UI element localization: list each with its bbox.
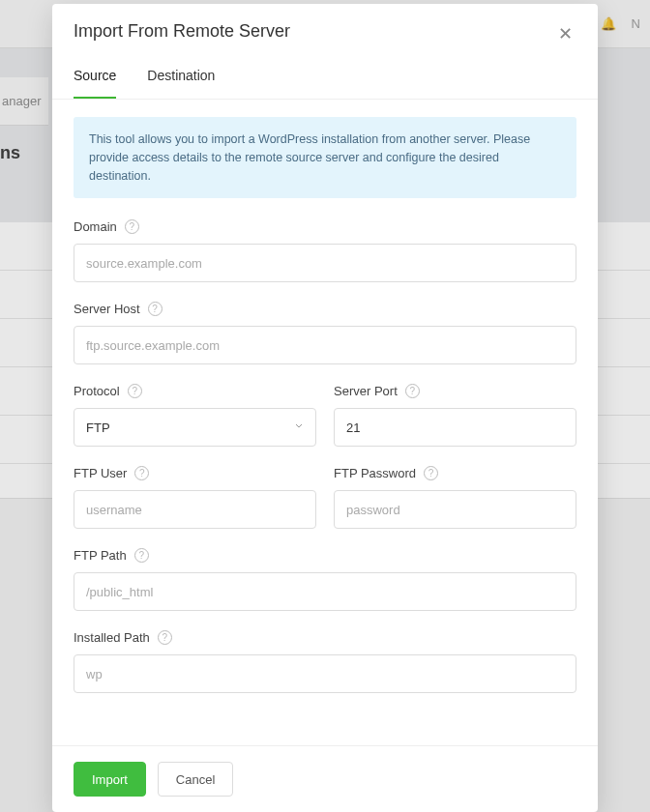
server-port-label: Server Port bbox=[334, 384, 398, 398]
help-icon[interactable]: ? bbox=[405, 384, 420, 398]
tab-source[interactable]: Source bbox=[74, 68, 116, 99]
help-icon[interactable]: ? bbox=[148, 302, 162, 316]
import-button[interactable]: Import bbox=[74, 762, 146, 797]
ftp-password-label: FTP Password bbox=[334, 466, 416, 480]
server-port-input[interactable] bbox=[334, 408, 576, 447]
modal-title: Import From Remote Server bbox=[74, 21, 290, 42]
field-ftp-user: FTP User ? bbox=[74, 466, 316, 529]
tab-destination[interactable]: Destination bbox=[147, 68, 215, 99]
help-icon[interactable]: ? bbox=[125, 219, 139, 234]
info-message: This tool allows you to import a WordPre… bbox=[74, 117, 576, 198]
help-icon[interactable]: ? bbox=[158, 630, 172, 645]
domain-input[interactable] bbox=[74, 244, 576, 282]
help-icon[interactable]: ? bbox=[128, 384, 142, 398]
ftp-path-input[interactable] bbox=[74, 572, 576, 611]
modal-header: Import From Remote Server ✕ bbox=[52, 4, 598, 56]
server-host-label: Server Host bbox=[74, 302, 140, 316]
field-installed-path: Installed Path ? bbox=[74, 630, 576, 693]
import-modal: Import From Remote Server ✕ Source Desti… bbox=[52, 4, 598, 812]
modal-body: This tool allows you to import a WordPre… bbox=[52, 100, 598, 745]
field-ftp-password: FTP Password ? bbox=[334, 466, 576, 529]
protocol-select[interactable]: FTP bbox=[74, 408, 316, 447]
close-icon: ✕ bbox=[558, 24, 573, 44]
installed-path-label: Installed Path bbox=[74, 630, 150, 645]
ftp-user-input[interactable] bbox=[74, 490, 316, 529]
modal-overlay: Import From Remote Server ✕ Source Desti… bbox=[0, 0, 650, 812]
ftp-password-input[interactable] bbox=[334, 490, 576, 529]
modal-footer: Import Cancel bbox=[52, 745, 598, 812]
installed-path-input[interactable] bbox=[74, 654, 576, 693]
help-icon[interactable]: ? bbox=[424, 466, 438, 480]
help-icon[interactable]: ? bbox=[134, 548, 149, 563]
ftp-user-label: FTP User bbox=[74, 466, 127, 480]
field-server-host: Server Host ? bbox=[74, 302, 576, 364]
server-host-input[interactable] bbox=[74, 326, 576, 364]
protocol-label: Protocol bbox=[74, 384, 120, 398]
ftp-path-label: FTP Path bbox=[74, 548, 127, 563]
tabs: Source Destination bbox=[52, 56, 598, 100]
field-protocol: Protocol ? FTP bbox=[74, 384, 316, 447]
field-server-port: Server Port ? bbox=[334, 384, 576, 447]
field-ftp-path: FTP Path ? bbox=[74, 548, 576, 611]
close-button[interactable]: ✕ bbox=[554, 21, 576, 46]
help-icon[interactable]: ? bbox=[134, 466, 149, 480]
cancel-button[interactable]: Cancel bbox=[158, 762, 233, 797]
domain-label: Domain bbox=[74, 219, 117, 234]
field-domain: Domain ? bbox=[74, 219, 576, 282]
